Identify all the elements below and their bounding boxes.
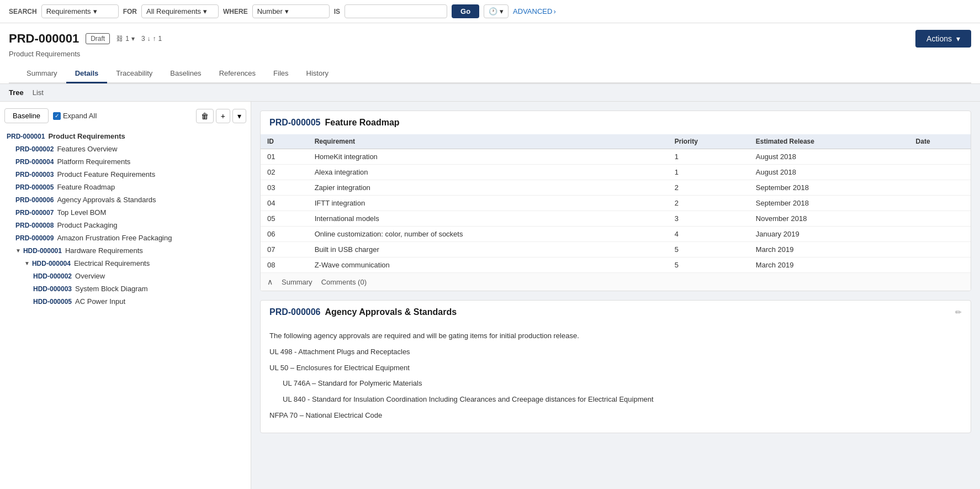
cell-estimated-release: August 2018 bbox=[749, 165, 909, 180]
tree-item[interactable]: PRD-000007 Top Level BOM bbox=[4, 206, 246, 219]
cell-id: 07 bbox=[261, 242, 308, 257]
sub-tab-list[interactable]: List bbox=[33, 88, 44, 97]
requirement-block-prd000005: PRD-000005 Feature Roadmap ID Requiremen… bbox=[260, 111, 971, 291]
search-bar: SEARCH Requirements ▾ FOR All Requiremen… bbox=[0, 0, 980, 23]
tab-baselines[interactable]: Baselines bbox=[161, 65, 210, 83]
cell-requirement: Alexa integration bbox=[308, 165, 668, 180]
collapse-toggle[interactable]: ∧ bbox=[267, 277, 273, 286]
cell-date bbox=[909, 149, 971, 165]
req-id-prd000006[interactable]: PRD-000006 bbox=[269, 307, 321, 317]
document-title: Product Requirements bbox=[9, 50, 971, 58]
expand-all-checkbox[interactable]: ✓ bbox=[53, 112, 61, 120]
tab-summary[interactable]: Summary bbox=[18, 65, 66, 83]
where-label: WHERE bbox=[223, 8, 248, 15]
cell-priority: 5 bbox=[668, 242, 749, 257]
draft-badge: Draft bbox=[86, 33, 110, 44]
tab-references[interactable]: References bbox=[210, 65, 264, 83]
req-text-intro: The following agency approvals are requi… bbox=[269, 330, 962, 342]
tab-bar: Summary Details Traceability Baselines R… bbox=[9, 65, 971, 83]
more-icon-button[interactable]: ▾ bbox=[232, 109, 246, 123]
tree-item[interactable]: PRD-000008 Product Packaging bbox=[4, 219, 246, 232]
tree-item[interactable]: PRD-000005 Feature Roadmap bbox=[4, 181, 246, 193]
tab-traceability[interactable]: Traceability bbox=[107, 65, 161, 83]
tree-item[interactable]: ▼ HDD-000004 Electrical Requirements bbox=[4, 257, 246, 270]
req-title-prd000006: Agency Approvals & Standards bbox=[325, 307, 457, 317]
cell-requirement: IFTT integration bbox=[308, 196, 668, 211]
sidebar-icons: 🗑 + ▾ bbox=[196, 109, 246, 123]
table-row: 01 HomeKit integration 1 August 2018 bbox=[261, 149, 971, 165]
cell-date bbox=[909, 180, 971, 196]
cell-requirement: Z-Wave communication bbox=[308, 257, 668, 273]
chevron-right-icon: › bbox=[553, 7, 555, 15]
col-header-priority: Priority bbox=[668, 134, 749, 149]
sub-tab-tree[interactable]: Tree bbox=[9, 88, 24, 97]
delete-icon-button[interactable]: 🗑 bbox=[196, 109, 214, 123]
cell-estimated-release: January 2019 bbox=[749, 227, 909, 242]
tree-item[interactable]: PRD-000001 Product Requirements bbox=[4, 130, 246, 143]
comments-link[interactable]: Comments (0) bbox=[321, 278, 367, 286]
tree-item[interactable]: PRD-000009 Amazon Frustration Free Packa… bbox=[4, 232, 246, 244]
table-row: 02 Alexa integration 1 August 2018 bbox=[261, 165, 971, 180]
req-text-item: UL 498 - Attachment Plugs and Receptacle… bbox=[269, 346, 962, 358]
cell-priority: 1 bbox=[668, 165, 749, 180]
search-for-select[interactable]: All Requirements ▾ bbox=[141, 4, 219, 18]
cell-id: 08 bbox=[261, 257, 308, 273]
search-where-select[interactable]: Number ▾ bbox=[252, 4, 330, 18]
tree-item[interactable]: PRD-000006 Agency Approvals & Standards bbox=[4, 193, 246, 206]
sub-tab-bar: Tree List bbox=[0, 84, 980, 102]
tree-item[interactable]: PRD-000003 Product Feature Requirements bbox=[4, 168, 246, 181]
baseline-button[interactable]: Baseline bbox=[4, 108, 49, 123]
cell-date bbox=[909, 211, 971, 227]
search-is-input[interactable] bbox=[345, 4, 447, 18]
col-header-date: Date bbox=[909, 134, 971, 149]
links-icon: ⛓ bbox=[116, 35, 123, 43]
cell-requirement: Built in USB charger bbox=[308, 242, 668, 257]
search-type-select[interactable]: Requirements ▾ bbox=[41, 4, 119, 18]
sidebar-toolbar: Baseline ✓ Expand All 🗑 + ▾ bbox=[4, 108, 246, 123]
tree-item[interactable]: PRD-000004 Platform Requirements bbox=[4, 155, 246, 168]
tree-item[interactable]: HDD-000002 Overview bbox=[4, 270, 246, 282]
arrow-down-icon: ↓ bbox=[147, 35, 151, 43]
advanced-link[interactable]: ADVANCED › bbox=[513, 7, 556, 15]
document-id: PRD-000001 bbox=[9, 31, 79, 46]
req-text-prd000006: The following agency approvals are requi… bbox=[261, 324, 971, 433]
tab-history[interactable]: History bbox=[298, 65, 337, 83]
expand-all-label[interactable]: ✓ Expand All bbox=[53, 112, 97, 120]
table-row: 08 Z-Wave communication 5 March 2019 bbox=[261, 257, 971, 273]
cell-estimated-release: September 2018 bbox=[749, 180, 909, 196]
tree-item[interactable]: PRD-000002 Features Overview bbox=[4, 143, 246, 155]
history-button[interactable]: 🕐 ▾ bbox=[484, 4, 508, 18]
cell-date bbox=[909, 196, 971, 211]
tree-item[interactable]: ▼ HDD-000001 Hardware Requirements bbox=[4, 244, 246, 257]
for-label: FOR bbox=[123, 8, 137, 15]
tab-details[interactable]: Details bbox=[66, 65, 108, 83]
tree-item[interactable]: HDD-000005 AC Power Input bbox=[4, 295, 246, 308]
cell-date bbox=[909, 227, 971, 242]
go-button[interactable]: Go bbox=[452, 4, 479, 18]
edit-icon[interactable]: ✏ bbox=[955, 308, 962, 317]
sidebar: Baseline ✓ Expand All 🗑 + ▾ PRD-000001 P… bbox=[0, 102, 251, 489]
req-footer-prd000005: ∧ Summary Comments (0) bbox=[261, 272, 971, 291]
cell-estimated-release: September 2018 bbox=[749, 196, 909, 211]
col-header-id: ID bbox=[261, 134, 308, 149]
table-row: 04 IFTT integration 2 September 2018 bbox=[261, 196, 971, 211]
cell-estimated-release: August 2018 bbox=[749, 149, 909, 165]
cell-priority: 2 bbox=[668, 196, 749, 211]
cell-date bbox=[909, 242, 971, 257]
cell-requirement: Online customization: color, number of s… bbox=[308, 227, 668, 242]
search-label: SEARCH bbox=[9, 8, 37, 15]
tab-files[interactable]: Files bbox=[264, 65, 297, 83]
cell-estimated-release: November 2018 bbox=[749, 211, 909, 227]
changes-count: 3 ↓ ↑ 1 bbox=[141, 35, 162, 43]
req-id-prd000005[interactable]: PRD-000005 bbox=[269, 118, 321, 128]
tree-item[interactable]: HDD-000003 System Block Diagram bbox=[4, 282, 246, 295]
add-icon-button[interactable]: + bbox=[216, 109, 230, 123]
history-icon: 🕐 bbox=[489, 7, 497, 15]
cell-id: 05 bbox=[261, 211, 308, 227]
actions-button[interactable]: Actions ▾ bbox=[915, 30, 971, 48]
req-header-prd000005: PRD-000005 Feature Roadmap bbox=[261, 111, 971, 134]
summary-link[interactable]: Summary bbox=[282, 278, 312, 286]
cell-estimated-release: March 2019 bbox=[749, 257, 909, 273]
table-row: 06 Online customization: color, number o… bbox=[261, 227, 971, 242]
is-label: IS bbox=[334, 8, 340, 15]
